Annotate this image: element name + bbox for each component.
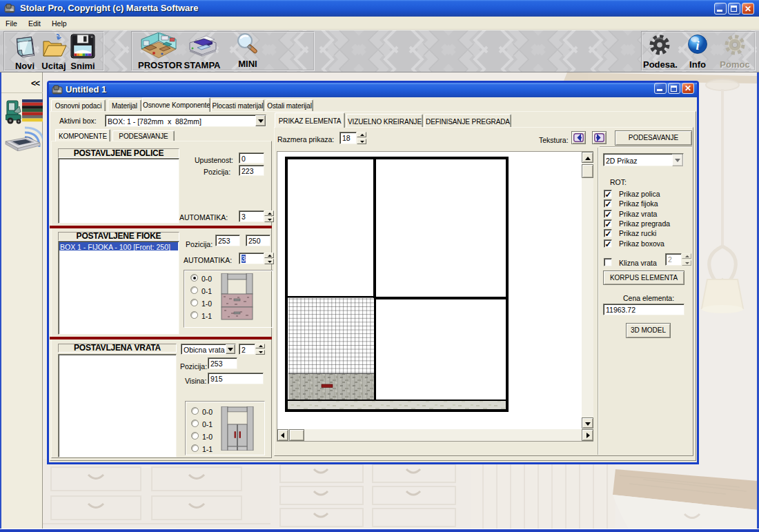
svg-text:i: i (696, 39, 699, 52)
